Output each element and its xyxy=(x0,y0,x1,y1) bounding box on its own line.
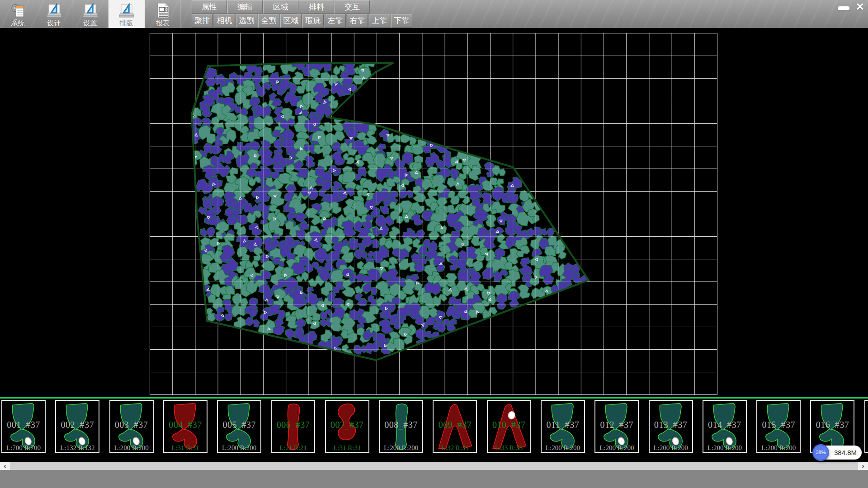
piece-lr-count-label: L:700 R:700 xyxy=(2,444,45,452)
thumbnail-piece-3[interactable]: 003_#37L:200 R:200 xyxy=(109,400,154,453)
minimize-icon[interactable] xyxy=(838,6,849,10)
design-ruler-icon xyxy=(46,2,63,19)
piece-name-label: 008_#37 xyxy=(380,420,422,430)
app-mode-buttons: 系统设计设置排版报表 xyxy=(0,0,181,28)
app-tab-label: 设计 xyxy=(47,19,61,27)
piece-lr-count-label: L:200 R:200 xyxy=(703,444,746,452)
thumbnail-piece-4[interactable]: 004_#37L:31 R:31 xyxy=(163,400,208,453)
piece-name-label: 007_#37 xyxy=(326,420,368,430)
app-tab-label: 报表 xyxy=(156,19,170,27)
system-gear-icon xyxy=(9,2,27,19)
piece-name-label: 001_#37 xyxy=(2,420,45,430)
tool-button-2[interactable]: 相机 xyxy=(214,14,235,28)
progress-percent-badge: 38% xyxy=(812,444,829,461)
tool-button-5[interactable]: 区域 xyxy=(280,14,302,28)
menu-item-4[interactable]: 排料 xyxy=(299,0,334,14)
piece-lr-count-label: L:200 R:200 xyxy=(542,444,584,452)
piece-name-label: 003_#37 xyxy=(110,420,153,430)
tool-button-9[interactable]: 上靠 xyxy=(369,14,390,28)
app-tab-1[interactable]: 系统 xyxy=(0,0,36,28)
tool-button-3[interactable]: 选割 xyxy=(236,14,257,28)
horizontal-scrollbar[interactable]: ‹ › xyxy=(0,462,868,470)
app-tab-label: 排版 xyxy=(120,19,133,27)
memory-progress-badge: 384.8M 38% xyxy=(803,444,862,461)
thumbnail-piece-1[interactable]: 001_#37L:700 R:700 xyxy=(1,400,46,453)
tool-button-1[interactable]: 聚排 xyxy=(192,14,213,28)
scroll-right-button[interactable]: › xyxy=(858,462,868,470)
piece-name-label: 004_#37 xyxy=(164,420,207,430)
menu-item-2[interactable]: 编辑 xyxy=(227,0,263,14)
tool-button-7[interactable]: 左靠 xyxy=(325,14,346,28)
thumbnail-piece-13[interactable]: 013_#37L:200 R:200 xyxy=(649,400,693,453)
thumbnail-piece-14[interactable]: 014_#37L:200 R:200 xyxy=(703,400,747,453)
menu-item-3[interactable]: 区域 xyxy=(263,0,298,14)
thumbnail-piece-11[interactable]: 011_#37L:200 R:200 xyxy=(541,400,585,453)
tool-button-6[interactable]: 瑕疵 xyxy=(302,14,324,28)
piece-name-label: 005_#37 xyxy=(218,420,260,430)
piece-name-label: 015_#37 xyxy=(757,420,800,430)
bottom-status-bar xyxy=(0,470,868,488)
piece-lr-count-label: L:21 R:21 xyxy=(272,444,314,452)
piece-name-label: 016_#37 xyxy=(811,420,854,430)
thumbnail-piece-2[interactable]: 002_#37L:132 R:132 xyxy=(55,400,99,453)
app-tab-5[interactable]: 报表 xyxy=(145,0,181,28)
tool-button-8[interactable]: 右靠 xyxy=(347,14,368,28)
menu-item-5[interactable]: 交互 xyxy=(335,0,370,14)
thumbnail-piece-15[interactable]: 015_#37L:200 R:200 xyxy=(756,400,801,453)
piece-lr-count-label: L: xyxy=(865,444,868,452)
piece-name-label: 010_#37 xyxy=(488,420,530,430)
strip-lower-gap xyxy=(0,455,868,462)
thumbnail-piece-6[interactable]: 006_#37L:21 R:21 xyxy=(271,400,315,453)
piece-name-label: 011_#37 xyxy=(542,420,584,430)
menu-item-1[interactable]: 属性 xyxy=(192,0,227,14)
settings-ruler-icon xyxy=(82,2,99,19)
piece-name-label: 012_#37 xyxy=(595,420,638,430)
piece-name-label: 006_#37 xyxy=(272,420,314,430)
piece-lr-count-label: L:200 R:200 xyxy=(218,444,260,452)
thumbnail-list: 001_#37L:700 R:700002_#37L:132 R:132003_… xyxy=(0,399,868,453)
scroll-left-button[interactable]: ‹ xyxy=(0,462,10,470)
tool-button-10[interactable]: 下靠 xyxy=(391,14,412,28)
piece-lr-count-label: L:132 R:132 xyxy=(56,444,99,452)
piece-lr-count-label: L:200 R:200 xyxy=(650,444,692,452)
top-toolbar: 系统设计设置排版报表 属性编辑区域排料交互 聚排相机选割全割区域瑕疵左靠右靠上靠… xyxy=(0,0,868,28)
thumbnail-piece-9[interactable]: 009_#37L:32 R:31 xyxy=(433,400,477,453)
piece-lr-count-label: L:200 R:200 xyxy=(110,444,153,452)
thumbnail-piece-7[interactable]: 007_#37L:31 R:31 xyxy=(325,400,369,453)
thumbnail-piece-5[interactable]: 005_#37L:200 R:200 xyxy=(217,400,261,453)
app-tab-3[interactable]: 设置 xyxy=(72,0,108,28)
piece-name-label: 002_#37 xyxy=(56,420,99,430)
nesting-canvas[interactable] xyxy=(0,28,868,397)
app-tab-2[interactable]: 设计 xyxy=(36,0,72,28)
tool-button-4[interactable]: 全割 xyxy=(258,14,279,28)
thumbnail-piece-12[interactable]: 012_#37L:200 R:200 xyxy=(594,400,639,453)
piece-lr-count-label: L:33 R:33 xyxy=(488,444,530,452)
thumbnail-piece-8[interactable]: 008_#37L:200 R:200 xyxy=(379,400,423,453)
tool-button-row: 聚排相机选割全割区域瑕疵左靠右靠上靠下靠 xyxy=(192,14,412,28)
piece-lr-count-label: L:200 R:200 xyxy=(380,444,422,452)
window-controls: ✕ xyxy=(838,1,864,13)
thumbnail-piece-10[interactable]: 010_#37L:33 R:33 xyxy=(487,400,531,453)
app-tab-label: 系统 xyxy=(11,19,25,27)
piece-name-label: 013_#37 xyxy=(650,420,692,430)
piece-lr-count-label: L:200 R:200 xyxy=(757,444,800,452)
piece-name-label: 014_#37 xyxy=(703,420,746,430)
hide-nesting-view xyxy=(0,28,868,397)
piece-name-label: 009_#37 xyxy=(434,420,476,430)
close-icon[interactable]: ✕ xyxy=(856,1,864,13)
thumbnail-piece-17[interactable]: L: xyxy=(864,400,868,453)
layout-ruler-icon xyxy=(118,2,135,19)
report-doc-icon xyxy=(154,2,171,19)
piece-lr-count-label: L:32 R:31 xyxy=(434,444,476,452)
menu-bar: 属性编辑区域排料交互 xyxy=(192,0,370,14)
piece-lr-count-label: L:200 R:200 xyxy=(595,444,638,452)
piece-lr-count-label: L:31 R:31 xyxy=(326,444,368,452)
app-tab-4[interactable]: 排版 xyxy=(108,0,145,28)
scrollbar-track[interactable] xyxy=(10,462,858,470)
app-tab-label: 设置 xyxy=(84,19,97,27)
piece-thumbnail-strip: 001_#37L:700 R:700002_#37L:132 R:132003_… xyxy=(0,397,868,455)
piece-lr-count-label: L:31 R:31 xyxy=(164,444,207,452)
